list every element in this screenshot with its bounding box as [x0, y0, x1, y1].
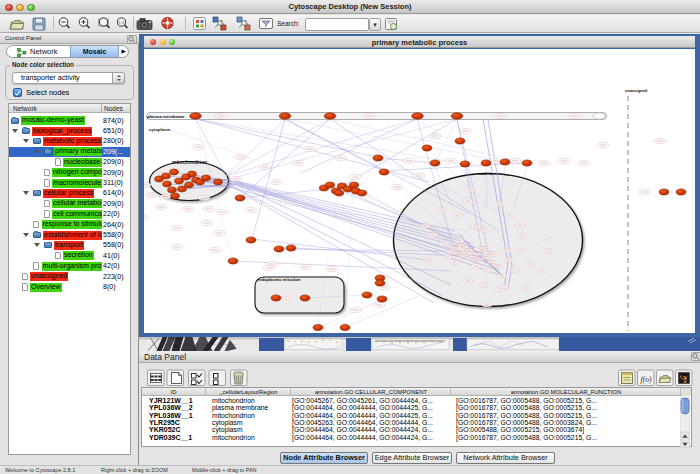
svg-text:cytoplasm: cytoplasm: [149, 126, 170, 131]
svg-text:endoplasmic reticulum: endoplasmic reticulum: [257, 277, 301, 282]
svg-text:unassigned: unassigned: [625, 88, 648, 93]
svg-text:mitochondrion: mitochondrion: [172, 159, 207, 165]
svg-text:1:1: 1:1: [119, 20, 125, 25]
svg-text:nucleus: nucleus: [478, 171, 494, 176]
svg-text:plasma membrane: plasma membrane: [147, 114, 185, 119]
svg-text:f(o): f(o): [641, 375, 652, 384]
